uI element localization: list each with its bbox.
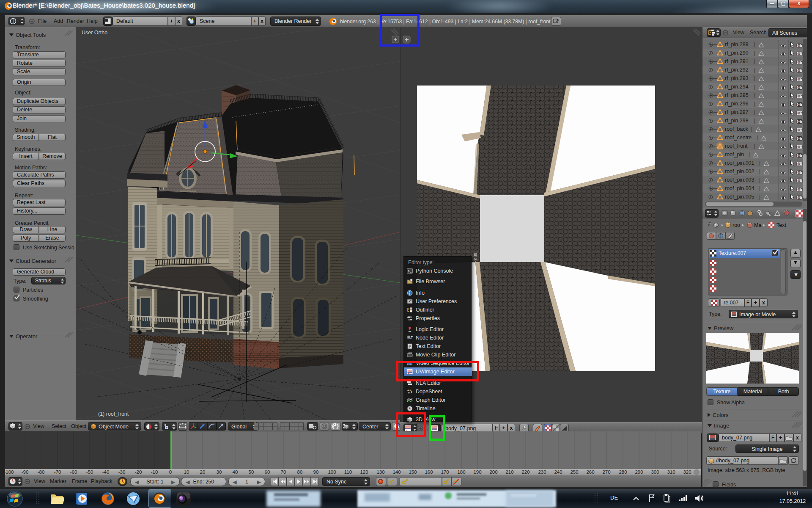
svg-text:RK09: RK09 — [473, 253, 478, 263]
svg-text:(1) roof_front: (1) roof_front — [98, 411, 129, 417]
svg-text:Ma: Ma — [754, 222, 761, 228]
svg-text:i: i — [13, 19, 14, 24]
svg-text:roo: roo — [732, 222, 740, 228]
svg-text:User Ortho: User Ortho — [82, 30, 107, 36]
svg-text:Text: Text — [776, 222, 786, 228]
